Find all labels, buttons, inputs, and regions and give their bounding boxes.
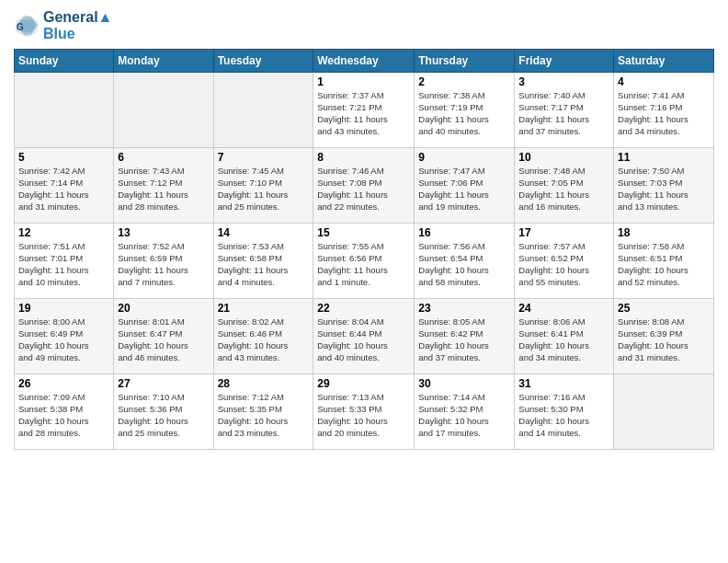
day-info: Sunrise: 7:10 AM Sunset: 5:36 PM Dayligh… (118, 392, 209, 439)
day-info: Sunrise: 7:42 AM Sunset: 7:14 PM Dayligh… (18, 166, 109, 213)
day-info: Sunrise: 7:45 AM Sunset: 7:10 PM Dayligh… (218, 166, 310, 213)
day-info: Sunrise: 7:48 AM Sunset: 7:05 PM Dayligh… (518, 166, 609, 213)
day-info: Sunrise: 8:08 AM Sunset: 6:39 PM Dayligh… (618, 316, 710, 363)
header: G General▲ Blue (14, 9, 714, 41)
calendar-cell: 7Sunrise: 7:45 AM Sunset: 7:10 PM Daylig… (213, 148, 313, 224)
calendar-week-3: 12Sunrise: 7:51 AM Sunset: 7:01 PM Dayli… (15, 224, 714, 299)
day-info: Sunrise: 7:47 AM Sunset: 7:06 PM Dayligh… (418, 166, 510, 213)
col-friday: Friday (515, 50, 614, 73)
logo: G General▲ Blue (14, 9, 112, 41)
col-saturday: Saturday (614, 50, 714, 73)
col-thursday: Thursday (415, 50, 515, 73)
col-tuesday: Tuesday (213, 50, 313, 73)
calendar-cell: 11Sunrise: 7:50 AM Sunset: 7:03 PM Dayli… (614, 148, 714, 224)
logo-icon: G (14, 13, 40, 39)
calendar-week-2: 5Sunrise: 7:42 AM Sunset: 7:14 PM Daylig… (15, 148, 714, 224)
calendar: Sunday Monday Tuesday Wednesday Thursday… (14, 49, 714, 450)
calendar-cell: 20Sunrise: 8:01 AM Sunset: 6:47 PM Dayli… (114, 299, 213, 374)
calendar-cell (15, 73, 114, 148)
day-number: 6 (118, 151, 209, 164)
calendar-cell: 13Sunrise: 7:52 AM Sunset: 6:59 PM Dayli… (114, 224, 213, 299)
day-info: Sunrise: 7:09 AM Sunset: 5:38 PM Dayligh… (18, 392, 109, 439)
day-number: 14 (218, 226, 310, 239)
day-number: 3 (518, 75, 609, 88)
day-info: Sunrise: 8:06 AM Sunset: 6:41 PM Dayligh… (518, 316, 609, 363)
day-number: 29 (317, 377, 410, 390)
calendar-cell: 31Sunrise: 7:16 AM Sunset: 5:30 PM Dayli… (515, 374, 614, 450)
day-number: 2 (418, 75, 510, 88)
day-info: Sunrise: 7:46 AM Sunset: 7:08 PM Dayligh… (317, 166, 410, 213)
day-info: Sunrise: 7:16 AM Sunset: 5:30 PM Dayligh… (518, 392, 609, 439)
day-number: 30 (418, 377, 510, 390)
calendar-cell: 1Sunrise: 7:37 AM Sunset: 7:21 PM Daylig… (313, 73, 415, 148)
calendar-cell: 27Sunrise: 7:10 AM Sunset: 5:36 PM Dayli… (114, 374, 213, 450)
calendar-cell: 26Sunrise: 7:09 AM Sunset: 5:38 PM Dayli… (15, 374, 114, 450)
day-number: 15 (317, 226, 410, 239)
calendar-cell: 10Sunrise: 7:48 AM Sunset: 7:05 PM Dayli… (515, 148, 614, 224)
day-info: Sunrise: 7:57 AM Sunset: 6:52 PM Dayligh… (518, 241, 609, 288)
calendar-cell: 4Sunrise: 7:41 AM Sunset: 7:16 PM Daylig… (614, 73, 714, 148)
calendar-cell: 9Sunrise: 7:47 AM Sunset: 7:06 PM Daylig… (415, 148, 515, 224)
calendar-cell: 19Sunrise: 8:00 AM Sunset: 6:49 PM Dayli… (15, 299, 114, 374)
header-row: Sunday Monday Tuesday Wednesday Thursday… (15, 50, 714, 73)
day-number: 26 (18, 377, 109, 390)
page: G General▲ Blue Sunday Monday Tuesday We… (0, 0, 728, 563)
day-info: Sunrise: 8:05 AM Sunset: 6:42 PM Dayligh… (418, 316, 510, 363)
day-number: 16 (418, 226, 510, 239)
day-info: Sunrise: 7:52 AM Sunset: 6:59 PM Dayligh… (118, 241, 209, 288)
day-info: Sunrise: 7:13 AM Sunset: 5:33 PM Dayligh… (317, 392, 410, 439)
col-monday: Monday (114, 50, 213, 73)
calendar-week-4: 19Sunrise: 8:00 AM Sunset: 6:49 PM Dayli… (15, 299, 714, 374)
day-number: 24 (518, 302, 609, 315)
day-number: 8 (317, 151, 410, 164)
day-info: Sunrise: 7:43 AM Sunset: 7:12 PM Dayligh… (118, 166, 209, 213)
calendar-cell: 25Sunrise: 8:08 AM Sunset: 6:39 PM Dayli… (614, 299, 714, 374)
day-number: 22 (317, 302, 410, 315)
day-info: Sunrise: 7:58 AM Sunset: 6:51 PM Dayligh… (618, 241, 710, 288)
day-number: 10 (518, 151, 609, 164)
day-info: Sunrise: 7:53 AM Sunset: 6:58 PM Dayligh… (218, 241, 310, 288)
calendar-cell: 2Sunrise: 7:38 AM Sunset: 7:19 PM Daylig… (415, 73, 515, 148)
day-number: 20 (118, 302, 209, 315)
day-number: 9 (418, 151, 510, 164)
day-number: 1 (317, 75, 410, 88)
calendar-cell: 17Sunrise: 7:57 AM Sunset: 6:52 PM Dayli… (515, 224, 614, 299)
day-number: 12 (18, 226, 109, 239)
day-number: 21 (218, 302, 310, 315)
calendar-cell: 30Sunrise: 7:14 AM Sunset: 5:32 PM Dayli… (415, 374, 515, 450)
day-number: 4 (618, 75, 710, 88)
day-info: Sunrise: 7:50 AM Sunset: 7:03 PM Dayligh… (618, 166, 710, 213)
day-info: Sunrise: 7:12 AM Sunset: 5:35 PM Dayligh… (218, 392, 310, 439)
calendar-cell: 22Sunrise: 8:04 AM Sunset: 6:44 PM Dayli… (313, 299, 415, 374)
calendar-header: Sunday Monday Tuesday Wednesday Thursday… (15, 50, 714, 73)
calendar-cell: 29Sunrise: 7:13 AM Sunset: 5:33 PM Dayli… (313, 374, 415, 450)
day-number: 7 (218, 151, 310, 164)
day-number: 18 (618, 226, 710, 239)
day-number: 13 (118, 226, 209, 239)
calendar-body: 1Sunrise: 7:37 AM Sunset: 7:21 PM Daylig… (15, 73, 714, 450)
calendar-cell: 3Sunrise: 7:40 AM Sunset: 7:17 PM Daylig… (515, 73, 614, 148)
calendar-cell: 15Sunrise: 7:55 AM Sunset: 6:56 PM Dayli… (313, 224, 415, 299)
day-info: Sunrise: 8:01 AM Sunset: 6:47 PM Dayligh… (118, 316, 209, 363)
day-info: Sunrise: 7:56 AM Sunset: 6:54 PM Dayligh… (418, 241, 510, 288)
calendar-week-1: 1Sunrise: 7:37 AM Sunset: 7:21 PM Daylig… (15, 73, 714, 148)
calendar-cell (614, 374, 714, 450)
calendar-cell: 23Sunrise: 8:05 AM Sunset: 6:42 PM Dayli… (415, 299, 515, 374)
calendar-cell: 16Sunrise: 7:56 AM Sunset: 6:54 PM Dayli… (415, 224, 515, 299)
calendar-cell (114, 73, 213, 148)
col-sunday: Sunday (15, 50, 114, 73)
calendar-cell: 28Sunrise: 7:12 AM Sunset: 5:35 PM Dayli… (213, 374, 313, 450)
day-info: Sunrise: 7:14 AM Sunset: 5:32 PM Dayligh… (418, 392, 510, 439)
logo-text: General▲ Blue (43, 9, 112, 41)
calendar-cell: 18Sunrise: 7:58 AM Sunset: 6:51 PM Dayli… (614, 224, 714, 299)
calendar-cell: 14Sunrise: 7:53 AM Sunset: 6:58 PM Dayli… (213, 224, 313, 299)
day-number: 11 (618, 151, 710, 164)
day-number: 17 (518, 226, 609, 239)
day-info: Sunrise: 7:37 AM Sunset: 7:21 PM Dayligh… (317, 90, 410, 137)
calendar-cell: 21Sunrise: 8:02 AM Sunset: 6:46 PM Dayli… (213, 299, 313, 374)
day-info: Sunrise: 8:02 AM Sunset: 6:46 PM Dayligh… (218, 316, 310, 363)
day-info: Sunrise: 7:51 AM Sunset: 7:01 PM Dayligh… (18, 241, 109, 288)
day-info: Sunrise: 7:55 AM Sunset: 6:56 PM Dayligh… (317, 241, 410, 288)
day-number: 31 (518, 377, 609, 390)
day-number: 27 (118, 377, 209, 390)
